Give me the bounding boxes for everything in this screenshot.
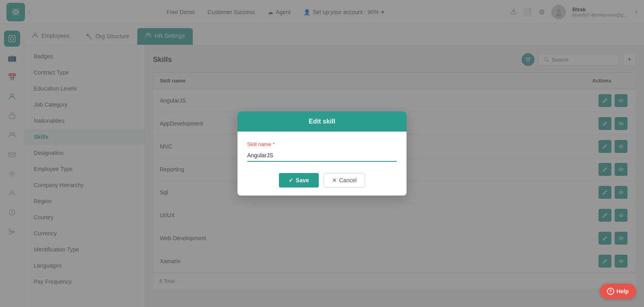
modal-overlay: Edit skill Skill name * ✓ Save ✕ Cancel <box>0 0 644 307</box>
checkmark-icon: ✓ <box>289 177 293 183</box>
cancel-button[interactable]: ✕ Cancel <box>324 173 365 187</box>
modal-body: Skill name * <box>237 132 407 168</box>
help-button[interactable]: ? Help <box>600 284 636 299</box>
skill-name-input[interactable] <box>247 150 397 162</box>
skill-name-label: Skill name * <box>247 141 397 147</box>
x-icon: ✕ <box>332 177 337 183</box>
modal-actions: ✓ Save ✕ Cancel <box>237 168 407 196</box>
help-circle-icon: ? <box>607 288 614 295</box>
modal-header: Edit skill <box>237 111 407 132</box>
save-button[interactable]: ✓ Save <box>279 173 319 187</box>
required-marker: * <box>273 141 275 147</box>
modal-title: Edit skill <box>309 118 335 125</box>
edit-skill-modal: Edit skill Skill name * ✓ Save ✕ Cancel <box>237 111 407 196</box>
